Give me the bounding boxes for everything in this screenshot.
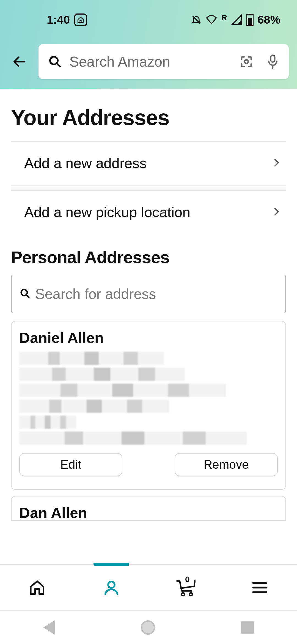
address-name: Daniel Allen xyxy=(19,329,278,346)
search-icon xyxy=(20,288,30,300)
status-time: 1:40 xyxy=(47,13,70,26)
status-bar: 1:40 R 68% xyxy=(0,0,297,26)
remove-button[interactable]: Remove xyxy=(175,453,278,476)
system-nav-bar xyxy=(0,611,297,644)
svg-line-11 xyxy=(26,295,29,298)
nav-home[interactable] xyxy=(0,565,74,610)
system-home-button[interactable] xyxy=(141,620,155,635)
nav-cart[interactable]: 0 xyxy=(148,565,223,610)
main-content: Your Addresses Add a new address Add a n… xyxy=(0,105,297,521)
svg-line-6 xyxy=(57,63,60,67)
header-row: Search Amazon xyxy=(0,44,297,79)
address-line-redacted xyxy=(19,368,185,381)
camera-scan-icon[interactable] xyxy=(239,54,254,69)
system-back-button[interactable] xyxy=(43,620,55,635)
address-search-input[interactable]: Search for address xyxy=(11,275,286,313)
chevron-right-icon xyxy=(272,207,282,218)
address-line-redacted xyxy=(19,384,226,397)
address-line-redacted xyxy=(19,400,169,413)
svg-rect-3 xyxy=(248,18,252,25)
svg-rect-0 xyxy=(80,20,81,23)
svg-point-13 xyxy=(182,593,185,596)
battery-icon xyxy=(246,14,254,26)
back-button[interactable] xyxy=(8,51,30,73)
page-title: Your Addresses xyxy=(11,105,286,130)
address-name: Dan Allen xyxy=(19,504,278,521)
bottom-nav: 0 xyxy=(0,564,297,611)
divider xyxy=(11,234,286,234)
microphone-icon[interactable] xyxy=(267,54,279,69)
add-new-pickup-row[interactable]: Add a new pickup location xyxy=(11,191,286,234)
system-recents-button[interactable] xyxy=(241,621,254,634)
search-icon xyxy=(48,55,62,68)
home-badge-icon xyxy=(74,13,87,26)
nav-profile[interactable] xyxy=(74,565,148,610)
status-left: 1:40 xyxy=(47,13,87,26)
chevron-right-icon xyxy=(272,158,282,169)
address-line-redacted xyxy=(19,352,164,365)
signal-roaming-icon: R xyxy=(221,13,227,22)
address-card: Dan Allen xyxy=(11,496,286,521)
svg-point-7 xyxy=(245,60,248,64)
nav-menu[interactable] xyxy=(223,565,297,610)
signal-icon xyxy=(231,14,243,26)
add-new-address-row[interactable]: Add a new address xyxy=(11,142,286,185)
add-new-address-label: Add a new address xyxy=(24,155,147,171)
cart-count-badge: 0 xyxy=(185,575,190,584)
address-line-redacted xyxy=(19,432,247,445)
add-new-pickup-label: Add a new pickup location xyxy=(24,204,190,220)
svg-point-14 xyxy=(189,593,193,596)
battery-percent: 68% xyxy=(257,13,280,26)
search-placeholder: Search Amazon xyxy=(69,53,232,70)
address-search-placeholder: Search for address xyxy=(35,286,156,302)
edit-button[interactable]: Edit xyxy=(19,453,122,476)
address-line-redacted xyxy=(19,416,76,429)
card-button-row: Edit Remove xyxy=(19,453,278,476)
section-title: Personal Addresses xyxy=(11,247,286,267)
search-amazon-input[interactable]: Search Amazon xyxy=(38,44,289,79)
svg-rect-8 xyxy=(271,55,275,62)
section-gap xyxy=(11,185,286,191)
svg-point-12 xyxy=(108,582,114,588)
dnd-off-icon xyxy=(191,14,202,25)
selected-indicator xyxy=(94,563,129,566)
app-header-gradient: 1:40 R 68% xyxy=(0,0,297,89)
status-right: R 68% xyxy=(191,13,280,26)
address-card: Daniel Allen Edit Remove xyxy=(11,321,286,490)
wifi-icon xyxy=(206,14,217,26)
